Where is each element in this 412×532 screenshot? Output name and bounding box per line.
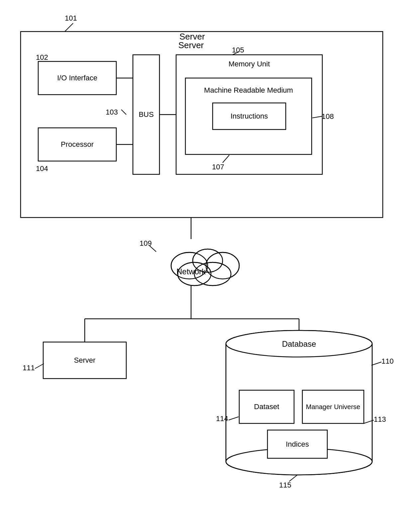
ref-113: 113 [374, 415, 386, 424]
ref-108: 108 [322, 112, 334, 121]
ref-101: 101 [65, 14, 77, 23]
svg-rect-10 [213, 103, 286, 130]
svg-rect-31 [43, 342, 126, 379]
ref-102: 102 [36, 53, 48, 62]
svg-line-48 [289, 475, 297, 482]
ref-103: 103 [106, 108, 118, 117]
svg-line-1 [65, 23, 73, 32]
diagram: Server [0, 0, 412, 532]
svg-point-40 [226, 330, 372, 357]
ref-114: 114 [216, 414, 228, 423]
svg-rect-43 [302, 390, 364, 423]
ref-104: 104 [36, 164, 48, 173]
svg-rect-4 [133, 55, 159, 174]
ref-109: 109 [140, 239, 152, 248]
ref-110: 110 [381, 357, 394, 366]
ref-107: 107 [212, 163, 224, 171]
svg-rect-44 [267, 430, 327, 458]
server-top-label-text: Server [179, 32, 205, 42]
ref-105: 105 [232, 46, 244, 54]
ref-115: 115 [279, 481, 291, 489]
svg-rect-3 [38, 128, 116, 161]
svg-line-45 [371, 362, 381, 365]
svg-line-32 [35, 364, 44, 369]
ref-111: 111 [23, 364, 35, 372]
svg-rect-42 [239, 390, 294, 423]
svg-rect-2 [38, 61, 116, 95]
